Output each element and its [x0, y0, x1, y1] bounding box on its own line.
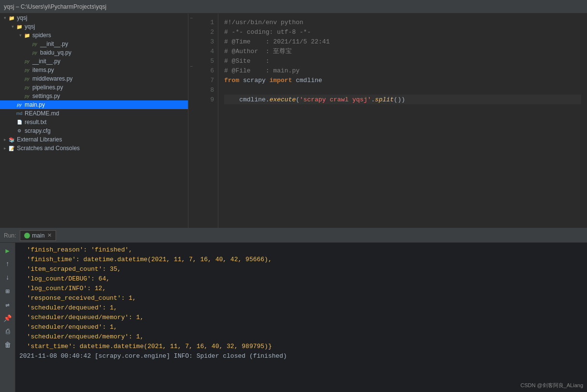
sidebar-item-label: README.md	[25, 110, 59, 117]
sidebar-item-baidu-yq-py[interactable]: pybaidu_yq.py	[0, 48, 188, 57]
watermark: CSDN @剑客阿良_ALiang	[520, 382, 583, 389]
chevron-icon	[2, 137, 8, 142]
down-btn[interactable]: ↓	[2, 272, 14, 283]
code-line-5: # @Site :	[224, 56, 581, 66]
sidebar-item-result-txt[interactable]: 📄result.txt	[0, 118, 188, 126]
run-tab-label: main	[32, 232, 44, 239]
code-line-6: # @File : main.py	[224, 66, 581, 75]
up-btn[interactable]: ↑	[2, 258, 14, 270]
sidebar-item-label: External Libraries	[17, 136, 62, 143]
line-number-9: 9	[194, 95, 218, 104]
title-bar: yqsj – C:\Users\yi\PycharmProjects\yqsj	[0, 0, 587, 14]
python-file-icon: py	[31, 49, 39, 56]
code-area[interactable]: #!/usr/bin/env python# -*- coding: utf-8…	[218, 14, 587, 228]
bottom-panel: Run: main ✕ ▶↑↓⊞⇌📌⎙🗑 'finish_reason': 'f…	[0, 228, 587, 392]
sidebar-item-label: spiders	[32, 32, 51, 39]
sidebar-item-label: result.txt	[25, 119, 46, 126]
sidebar: 📁yqsj📁yqsj📁spiderspy__init__.pypybaidu_y…	[0, 14, 188, 228]
delete-btn[interactable]: 🗑	[2, 339, 14, 351]
sidebar-item-spiders-folder[interactable]: 📁spiders	[0, 31, 188, 40]
line-number-1: 1	[194, 17, 218, 27]
console-line-2: 'item_scraped_count': 35,	[19, 264, 583, 274]
sidebar-item-scrapy-cfg[interactable]: ⚙scrapy.cfg	[0, 126, 188, 135]
console-line-8: 'scheduler/enqueued': 1,	[19, 322, 583, 332]
python-file-icon: py	[23, 57, 31, 65]
sidebar-item-external-libs[interactable]: 📚External Libraries	[0, 135, 188, 144]
console-line-9: 'scheduler/enqueued/memory': 1,	[19, 332, 583, 341]
chevron-icon	[2, 15, 8, 21]
sidebar-item-main-py[interactable]: pymain.py	[0, 100, 188, 109]
line-number-5: 5	[194, 56, 218, 66]
code-line-9: cmdline.execute('scrapy crawl yqsj'.spli…	[224, 95, 581, 104]
console-line-5: 'response_received_count': 1,	[19, 293, 583, 303]
markdown-file-icon: md	[15, 110, 23, 117]
python-file-icon: py	[31, 40, 39, 48]
code-line-4: # @Author : 至尊宝	[224, 46, 581, 56]
window-title: yqsj – C:\Users\yi\PycharmProjects\yqsj	[4, 3, 106, 10]
run-tab-bar: Run: main ✕	[0, 228, 587, 243]
chevron-icon	[17, 32, 23, 38]
run-tab[interactable]: main ✕	[20, 230, 56, 241]
run-tab-close[interactable]: ✕	[47, 232, 52, 238]
fold-gutter: − −	[188, 14, 194, 228]
editor-content: − − 123456789 #!/usr/bin/env python# -*-…	[188, 14, 587, 228]
sidebar-item-label: __init__.py	[40, 41, 68, 47]
sidebar-item-label: yqsj	[25, 23, 35, 30]
sidebar-item-middlewares-py[interactable]: pymiddlewares.py	[0, 74, 188, 83]
editor-area: − − 123456789 #!/usr/bin/env python# -*-…	[188, 14, 587, 228]
run-btn[interactable]: ▶	[2, 245, 14, 256]
python-file-icon: py	[23, 84, 31, 91]
line-number-8: 8	[194, 85, 218, 95]
sidebar-item-label: yqsj	[17, 14, 27, 21]
python-file-icon: py	[23, 75, 31, 83]
line-number-7: 7	[194, 75, 218, 85]
fold-marker-6: −	[188, 62, 194, 71]
console-line-10: 'start_time': datetime.datetime(2021, 11…	[19, 341, 583, 351]
main-area: 📁yqsj📁yqsj📁spiderspy__init__.pypybaidu_y…	[0, 14, 587, 228]
sidebar-item-label: Scratches and Consoles	[17, 145, 80, 152]
external-lib-icon: 📚	[8, 136, 15, 143]
python-file-icon: py	[15, 101, 23, 109]
code-line-2: # -*- coding: utf-8 -*-	[224, 27, 581, 37]
line-numbers: 123456789	[194, 14, 218, 228]
config-file-icon: ⚙	[15, 127, 23, 135]
sidebar-item-label: baidu_yq.py	[40, 49, 72, 56]
sidebar-item-scratches[interactable]: 📝Scratches and Consoles	[0, 144, 188, 153]
fold-marker-1: −	[188, 14, 194, 23]
scratch-icon: 📝	[8, 144, 15, 152]
console-toolbar: ▶↑↓⊞⇌📌⎙🗑	[0, 243, 15, 392]
console-line-1: 'finish_time': datetime.datetime(2021, 1…	[19, 254, 583, 264]
sidebar-item-init-py-yqsj[interactable]: py__init__.py	[0, 57, 188, 66]
line-number-4: 4	[194, 46, 218, 56]
code-line-7: from scrapy import cmdline	[224, 75, 581, 85]
chevron-icon	[10, 24, 15, 29]
code-line-3: # @Time : 2021/11/5 22:41	[224, 37, 581, 46]
line-number-3: 3	[194, 37, 218, 46]
console-line-7: 'scheduler/dequeued/memory': 1,	[19, 312, 583, 322]
sidebar-item-init-py-spider[interactable]: py__init__.py	[0, 40, 188, 48]
sidebar-item-label: main.py	[25, 101, 45, 108]
sidebar-item-settings-py[interactable]: pysettings.py	[0, 92, 188, 100]
run-label: Run:	[4, 232, 16, 239]
group-btn[interactable]: ⊞	[2, 285, 14, 297]
console-line-0: 'finish_reason': 'finished',	[19, 245, 583, 254]
print-btn[interactable]: ⎙	[2, 326, 14, 337]
console-line-3: 'log_count/DEBUG': 64,	[19, 274, 583, 283]
pin-btn[interactable]: 📌	[2, 312, 14, 324]
console-line-11: 2021-11-08 00:40:42 [scrapy.core.engine]…	[19, 351, 583, 361]
folder-icon: 📁	[8, 14, 15, 22]
sidebar-item-yqsj-folder[interactable]: 📁yqsj	[0, 22, 188, 31]
sidebar-item-yqsj-root[interactable]: 📁yqsj	[0, 14, 188, 22]
sidebar-item-pipelines-py[interactable]: pypipelines.py	[0, 83, 188, 92]
sidebar-item-readme-md[interactable]: mdREADME.md	[0, 109, 188, 118]
sidebar-item-label: pipelines.py	[32, 84, 63, 91]
text-file-icon: 📄	[15, 118, 23, 126]
code-line-1: #!/usr/bin/env python	[224, 17, 581, 27]
line-number-2: 2	[194, 27, 218, 37]
console-line-6: 'scheduler/dequeued': 1,	[19, 303, 583, 312]
console-output[interactable]: 'finish_reason': 'finished', 'finish_tim…	[15, 243, 587, 392]
wrap-btn[interactable]: ⇌	[2, 299, 14, 310]
console-body: ▶↑↓⊞⇌📌⎙🗑 'finish_reason': 'finished', 'f…	[0, 243, 587, 392]
folder-icon: 📁	[15, 23, 23, 30]
sidebar-item-items-py[interactable]: pyitems.py	[0, 66, 188, 74]
